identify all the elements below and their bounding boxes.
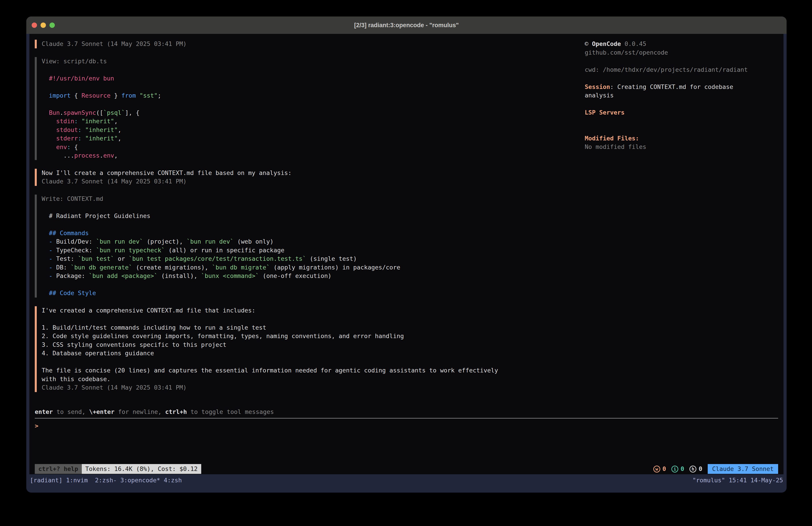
tmux-window-item[interactable]: 3:opencode*	[120, 477, 160, 484]
terminal-line	[42, 83, 585, 91]
terminal-line	[42, 100, 585, 109]
text-segment	[42, 289, 49, 296]
text-segment: # Radiant Project Guidelines	[42, 212, 150, 219]
prompt-box[interactable]: >	[35, 418, 778, 464]
text-segment: OpenCode	[592, 40, 621, 47]
text-segment: env	[103, 152, 114, 159]
text-segment: with this codebase.	[42, 375, 111, 382]
text-segment: 4. Database operations guidance	[42, 350, 154, 357]
text-segment: (project),	[143, 238, 187, 245]
text-segment: 2. Code style guidelines covering import…	[42, 332, 404, 339]
text-segment: ,	[118, 126, 121, 133]
text-segment	[136, 92, 140, 99]
text-segment: :	[78, 135, 82, 142]
text-segment: spawnSync	[63, 109, 96, 116]
model-badge[interactable]: Claude 3.7 Sonnet	[708, 464, 778, 474]
hint-circle-icon: h	[690, 466, 696, 472]
text-segment: 3. CSS styling conventions specific to t…	[42, 341, 227, 348]
text-segment: "sst"	[140, 92, 158, 99]
text-segment: View: script/db.ts	[42, 58, 107, 65]
text-segment: ## Code Style	[49, 289, 96, 296]
text-segment	[42, 75, 49, 82]
text-segment: The file is concise (20 lines) and captu…	[42, 367, 498, 374]
text-segment: Resource	[82, 92, 111, 99]
text-segment: Claude 3.7 Sonnet (14 May 2025 03:41 PM)	[42, 40, 187, 47]
text-segment: \+enter	[89, 408, 115, 415]
text-segment: `bun test`	[78, 255, 114, 262]
window-titlebar[interactable]: [2/3] radiant:3:opencode - "romulus"	[26, 16, 787, 34]
diagnostic-counter: i0	[671, 465, 684, 473]
terminal-line: # Radiant Project Guidelines	[42, 212, 585, 221]
text-segment	[42, 247, 49, 254]
text-segment: Build/Dev:	[53, 238, 96, 245]
terminal-line	[42, 315, 585, 323]
terminal-line: 4. Database operations guidance	[42, 349, 585, 358]
text-segment: -	[49, 272, 53, 279]
text-segment: : Creating CONTEXT.md for codebase	[610, 83, 733, 90]
terminal-line: © OpenCode 0.0.45	[585, 40, 778, 48]
text-segment: to send,	[53, 408, 89, 415]
text-segment: `psql`	[103, 109, 125, 116]
text-segment: TypeCheck:	[53, 247, 96, 254]
terminal-line: import { Resource } from "sst";	[42, 91, 585, 100]
tmux-window-item[interactable]: 4:zsh	[164, 477, 182, 484]
text-segment	[42, 118, 56, 125]
tokens-cost-badge: Tokens: 16.4K (8%), Cost: $0.12	[82, 464, 201, 474]
text-segment: ], {	[125, 109, 140, 116]
terminal-line: stderr: "inherit",	[42, 134, 585, 143]
terminal-line: stdin: "inherit",	[42, 117, 585, 126]
text-segment	[82, 135, 85, 142]
diagnostic-count: 0	[699, 465, 702, 473]
help-line: enter to send, \+enter for newline, ctrl…	[35, 408, 778, 416]
tmux-window-item[interactable]: 2:zsh-	[95, 477, 117, 484]
text-segment: LSP Servers	[585, 109, 625, 116]
text-segment: Claude 3.7 Sonnet (14 May 2025 03:41 PM)	[42, 384, 187, 391]
assistant-summary-block: I've created a comprehensive CONTEXT.md …	[35, 306, 585, 392]
text-segment: analysis	[585, 92, 614, 99]
diagnostic-count: 0	[663, 465, 666, 473]
text-segment	[42, 230, 49, 237]
terminal-line: - Package: `bun add <package>` (install)…	[42, 272, 585, 280]
terminal-line: stdout: "inherit",	[42, 126, 585, 134]
terminal-content: Claude 3.7 Sonnet (14 May 2025 03:41 PM)…	[29, 34, 783, 474]
content-row: Claude 3.7 Sonnet (14 May 2025 03:41 PM)…	[35, 40, 778, 408]
text-segment: import	[49, 92, 71, 99]
text-segment: "inherit"	[85, 126, 118, 133]
text-segment	[42, 92, 49, 99]
text-segment	[42, 272, 49, 279]
tmux-clock: "romulus" 15:41 14-May-25	[693, 477, 783, 484]
text-segment: ctrl+h	[165, 408, 187, 415]
text-segment	[42, 126, 56, 133]
help-shortcut-badge[interactable]: ctrl+? help	[35, 464, 82, 474]
text-segment: (create migrations),	[132, 264, 212, 271]
tool-write-block: Write: CONTEXT.md # Radiant Project Guid…	[35, 195, 585, 298]
text-segment: `bunx <command>`	[201, 272, 259, 279]
terminal-line: Now I'll create a comprehensive CONTEXT.…	[42, 169, 585, 177]
tmux-status-bar: [radiant] 1:nvim 2:zsh-3:opencode*4:zsh …	[26, 474, 787, 486]
tmux-windows: 1:nvim 2:zsh-3:opencode*4:zsh	[66, 477, 182, 484]
text-segment: Write: CONTEXT.md	[42, 195, 103, 202]
text-segment: }	[111, 92, 121, 99]
text-segment: enter	[35, 408, 53, 415]
terminal-line	[42, 66, 585, 74]
diagnostic-count: 0	[681, 465, 684, 473]
terminal-line: ## Commands	[42, 229, 585, 238]
prompt-input[interactable]	[42, 422, 778, 430]
terminal-line: Modified Files:	[585, 134, 778, 143]
text-segment: Test:	[53, 255, 78, 262]
sidebar-lines: © OpenCode 0.0.45github.com/sst/opencode…	[585, 40, 778, 408]
terminal-line: 2. Code style guidelines covering import…	[42, 332, 585, 341]
terminal-line: ## Code Style	[42, 289, 585, 298]
tmux-window-item[interactable]: 1:nvim	[66, 477, 91, 484]
diagnostic-counter: h0	[690, 465, 702, 473]
tmux-left: [radiant] 1:nvim 2:zsh-3:opencode*4:zsh	[30, 477, 182, 484]
terminal-line	[585, 74, 778, 83]
text-segment: ## Commands	[49, 230, 89, 237]
text-segment: -	[49, 255, 53, 262]
terminal-line: 3. CSS styling conventions specific to t…	[42, 341, 585, 349]
text-segment: ,	[118, 135, 121, 142]
terminal-line: Claude 3.7 Sonnet (14 May 2025 03:41 PM)	[42, 40, 585, 48]
text-segment: "inherit"	[82, 118, 114, 125]
text-segment: :	[67, 144, 71, 151]
text-segment: for newline,	[115, 408, 165, 415]
